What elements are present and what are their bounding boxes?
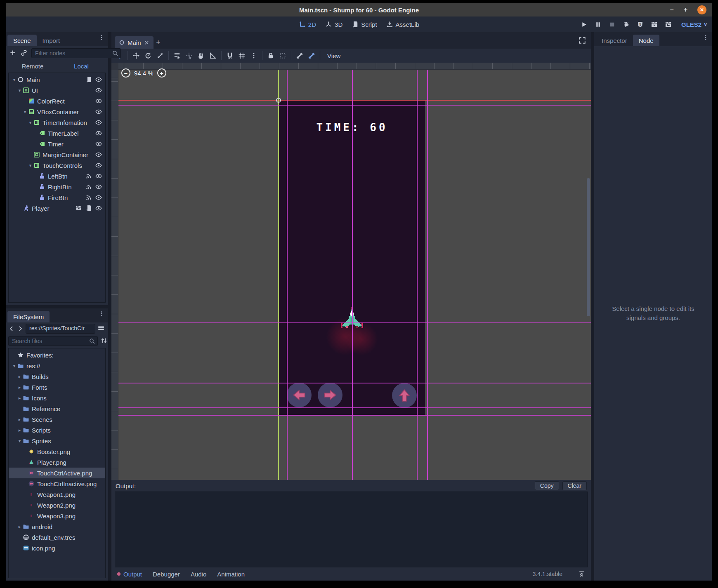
filesystem-row[interactable]: ▸ Scripts [9, 425, 105, 435]
scene-tree-row[interactable]: LeftBtn [9, 171, 105, 181]
filesystem-row[interactable]: ▸ android [9, 521, 105, 532]
filesystem-row[interactable]: Player.png [9, 457, 105, 468]
scale-icon[interactable] [156, 52, 164, 59]
tab-import[interactable]: Import [37, 35, 66, 46]
ruler-icon[interactable] [209, 52, 217, 59]
eye-icon[interactable] [95, 108, 102, 115]
filesystem-row[interactable]: Weapon1.png [9, 489, 105, 500]
playback-button[interactable] [665, 21, 672, 28]
filesystem-row[interactable]: Weapon2.png [9, 500, 105, 510]
eye-icon[interactable] [95, 162, 102, 169]
gridmagnet-icon[interactable] [238, 52, 246, 59]
filesystem-row[interactable]: ▸ Icons [9, 393, 105, 403]
expand-caret[interactable]: ▾ [17, 88, 23, 93]
eye-icon[interactable] [95, 87, 102, 94]
zoom-level[interactable]: 94.4 % [134, 70, 154, 77]
expand-caret[interactable]: ▾ [27, 120, 33, 125]
clapper-icon[interactable] [76, 205, 82, 212]
vmenu-icon[interactable] [250, 52, 257, 59]
tab-main-scene[interactable]: Main [115, 36, 154, 49]
workspace-tab[interactable]: 2D [299, 21, 316, 28]
forward-icon[interactable] [17, 325, 24, 332]
expand-caret[interactable]: ▸ [17, 385, 23, 390]
expand-caret[interactable]: ▾ [27, 163, 33, 168]
zoom-out-button[interactable]: − [121, 68, 130, 78]
menu-item[interactable] [31, 23, 39, 26]
ruler-horizontal[interactable] [118, 63, 591, 70]
zoom-in-button[interactable]: + [157, 68, 166, 78]
bone-icon[interactable] [308, 52, 315, 59]
filesystem-row[interactable]: Reference [9, 403, 105, 414]
signal-icon[interactable] [85, 183, 92, 190]
eye-icon[interactable] [95, 119, 102, 126]
view-menu[interactable]: View [325, 52, 343, 59]
vertical-guide[interactable] [287, 70, 288, 480]
playback-button[interactable] [581, 21, 588, 28]
horizontal-guide[interactable] [118, 383, 591, 383]
filesystem-row[interactable]: Favorites: [9, 350, 105, 360]
eye-icon[interactable] [95, 183, 102, 190]
filesystem-row[interactable]: TouchCtrlInactive.png [9, 478, 105, 489]
expand-caret[interactable]: ▾ [11, 363, 17, 369]
bone-icon[interactable] [296, 52, 303, 59]
filter-nodes-input[interactable] [31, 48, 121, 58]
playback-button[interactable] [623, 21, 630, 28]
playback-button[interactable] [595, 21, 602, 28]
workspace-tab[interactable]: AssetLib [386, 21, 420, 28]
tab-filesystem[interactable]: FileSystem [7, 311, 50, 322]
touch-button-fire-sprite[interactable] [392, 383, 417, 408]
possel-icon[interactable] [185, 52, 193, 59]
expand-caret[interactable]: ▸ [17, 524, 23, 529]
unlockgroup-icon[interactable] [279, 52, 286, 59]
back-icon[interactable] [8, 325, 15, 332]
signal-icon[interactable] [85, 173, 92, 179]
scene-tree-row[interactable]: RightBtn [9, 181, 105, 192]
touch-button-left-sprite[interactable] [287, 383, 312, 407]
tab-scene[interactable]: Scene [7, 35, 37, 46]
eye-icon[interactable] [95, 194, 102, 201]
bottom-panel-tab[interactable]: Audio [191, 571, 206, 578]
workspace-tab[interactable]: 3D [325, 21, 342, 28]
expand-caret[interactable]: ▾ [22, 109, 28, 115]
menu-item[interactable] [50, 23, 59, 26]
signal-icon[interactable] [85, 194, 92, 201]
vertical-guide[interactable] [352, 70, 353, 480]
horizontal-guide[interactable] [118, 105, 591, 106]
horizontal-guide[interactable] [118, 415, 591, 416]
filesystem-row[interactable]: ▸ Scenes [9, 414, 105, 425]
filesystem-row[interactable]: icon.png [9, 543, 105, 553]
instance-scene-button[interactable] [20, 49, 28, 57]
scene-tree-row[interactable]: ▾ Main [9, 74, 105, 85]
hand-icon[interactable] [197, 52, 205, 59]
rotate-icon[interactable] [144, 52, 152, 59]
panel-menu-icon[interactable] [98, 34, 106, 44]
bottom-panel-tab[interactable]: Debugger [153, 571, 180, 578]
filesystem-row[interactable]: ▾ res:// [9, 360, 105, 371]
script-icon[interactable] [85, 205, 92, 212]
scene-tree-row[interactable]: ▾ TimerInfomation [9, 117, 105, 128]
scene-tree-row[interactable]: Timer [9, 139, 105, 149]
add-node-button[interactable] [9, 49, 17, 57]
close-icon[interactable] [144, 40, 149, 45]
eye-icon[interactable] [95, 141, 102, 147]
lock-icon[interactable] [267, 52, 274, 59]
playback-button[interactable] [637, 21, 644, 28]
eye-icon[interactable] [95, 76, 102, 83]
bottom-panel-tab[interactable]: Output [117, 571, 142, 578]
tab-node[interactable]: Node [633, 35, 659, 46]
magnet-icon[interactable] [226, 52, 234, 59]
filesystem-row[interactable]: TouchCtrlActive.png [9, 468, 105, 478]
filesystem-row[interactable]: ▸ Builds [9, 371, 105, 382]
expand-caret[interactable]: ▾ [11, 77, 17, 82]
move-icon[interactable] [132, 52, 140, 59]
scene-tree-row[interactable]: ▾ VBoxContainer [9, 106, 105, 117]
menu-item[interactable] [11, 23, 19, 26]
viewport-scrollbar[interactable] [587, 178, 590, 316]
expand-bottom-panel-icon[interactable] [578, 571, 585, 578]
horizontal-guide[interactable] [118, 407, 591, 408]
new-scene-tab-button[interactable]: + [154, 36, 163, 49]
minimize-button[interactable]: – [670, 7, 674, 13]
filesystem-row[interactable]: Weapon3.png [9, 510, 105, 521]
scene-tree-row[interactable]: ▾ TouchControls [9, 160, 105, 171]
panel-menu-icon[interactable] [702, 34, 711, 44]
